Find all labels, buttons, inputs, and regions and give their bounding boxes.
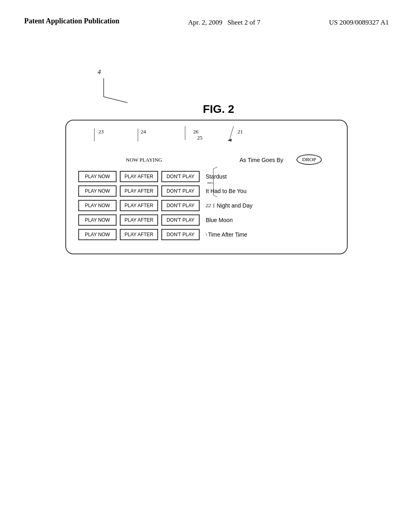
page-header: Patent Application Publication Apr. 2, 2… — [0, 0, 413, 27]
stardust-title: Stardust — [206, 173, 227, 180]
dont-play-button-timeaftertime[interactable]: DON'T PLAY — [161, 229, 200, 240]
dont-play-button-ithad[interactable]: DON'T PLAY — [161, 185, 200, 197]
dont-play-button-stardust[interactable]: DON'T PLAY — [161, 171, 200, 182]
timeaftertime-brace: \ — [206, 231, 207, 238]
ref-26-label: 26 — [193, 129, 198, 135]
refs-row: 23 24 26 25 21 — [78, 129, 335, 153]
bluemoon-title: Blue Moon — [206, 217, 233, 223]
song-row-timeaftertime: PLAY NOW PLAY AFTER DON'T PLAY \ Time Af… — [78, 229, 335, 240]
ref-22-label: 22 — [206, 202, 211, 209]
sheet-label: Sheet 2 of 7 — [227, 19, 261, 26]
ref-22-brace: { — [213, 202, 215, 209]
patent-number-label: US 2009/0089327 A1 — [329, 18, 389, 27]
svg-line-1 — [104, 97, 128, 103]
figure-label: FIG. 2 — [90, 103, 348, 116]
dont-play-button-nightday[interactable]: DON'T PLAY — [161, 200, 200, 211]
ref-4-label: 4 — [98, 69, 101, 76]
ref-24-label: 24 — [141, 129, 146, 135]
timeaftertime-title: Time After Time — [208, 231, 248, 238]
nightday-title: Night and Day — [217, 202, 252, 209]
play-now-button-nightday[interactable]: PLAY NOW — [78, 200, 117, 211]
column-labels-row: NOW PLAYING DROP As Time Goes By — [78, 153, 335, 167]
song-row-ithad: PLAY NOW PLAY AFTER DON'T PLAY It Had to… — [78, 185, 335, 197]
as-time-goes-by-label: As Time Goes By — [240, 157, 283, 163]
dont-play-button-bluemoon[interactable]: DON'T PLAY — [161, 214, 200, 226]
play-now-button-stardust[interactable]: PLAY NOW — [78, 171, 117, 182]
main-content: 4 FIG. 2 — [0, 73, 413, 254]
play-now-button-bluemoon[interactable]: PLAY NOW — [78, 214, 117, 226]
drop-button[interactable]: DROP — [296, 154, 322, 165]
play-after-button-stardust[interactable]: PLAY AFTER — [120, 171, 158, 182]
ithad-title: It Had to Be You — [206, 188, 246, 194]
date-sheet-label: Apr. 2, 2009 Sheet 2 of 7 — [188, 18, 260, 27]
play-now-button-timeaftertime[interactable]: PLAY NOW — [78, 229, 117, 240]
connector-svg — [65, 73, 348, 103]
song-row-stardust: PLAY NOW PLAY AFTER DON'T PLAY Stardust — [78, 171, 335, 182]
ref-21-label: 21 — [238, 129, 243, 135]
song-row-bluemoon: PLAY NOW PLAY AFTER DON'T PLAY Blue Moon — [78, 214, 335, 226]
date-label: Apr. 2, 2009 — [188, 19, 222, 26]
play-after-button-nightday[interactable]: PLAY AFTER — [120, 200, 158, 211]
svg-line-10 — [213, 167, 217, 169]
play-after-button-ithad[interactable]: PLAY AFTER — [120, 185, 158, 197]
song-row-nightday: PLAY NOW PLAY AFTER DON'T PLAY 22 { Nigh… — [78, 200, 335, 211]
figure-area: 4 FIG. 2 — [65, 73, 348, 116]
play-after-button-bluemoon[interactable]: PLAY AFTER — [120, 214, 158, 226]
ref-25-label: 25 — [197, 135, 202, 141]
now-playing-column-label: NOW PLAYING — [126, 157, 162, 163]
diagram-box: 23 24 26 25 21 NOW PLAYING DROP As Time … — [65, 120, 348, 254]
publication-label: Patent Application Publication — [24, 16, 119, 26]
play-after-button-timeaftertime[interactable]: PLAY AFTER — [120, 229, 158, 240]
play-now-button-ithad[interactable]: PLAY NOW — [78, 185, 117, 197]
ref-23-label: 23 — [98, 129, 104, 135]
